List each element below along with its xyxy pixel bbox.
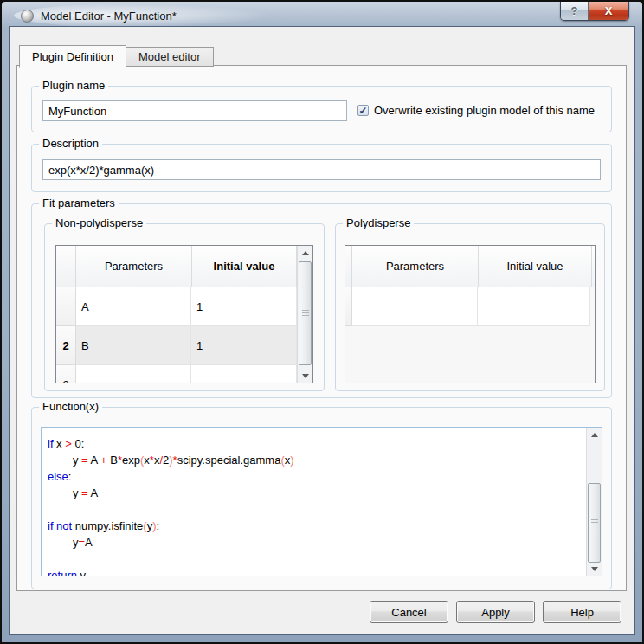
column-header-initial-value[interactable]: Initial value	[479, 246, 592, 287]
overwrite-checkbox-label: Overwrite existing plugin model of this …	[374, 104, 595, 117]
table-corner	[345, 246, 352, 287]
code-line: return y	[48, 567, 586, 576]
titlebar[interactable]: Model Editor - MyFunction*	[9, 5, 538, 26]
fit-parameters-group: Fit parameters Non-polydisperse Paramete…	[31, 203, 612, 398]
non-polydisperse-group-label: Non-polydisperse	[52, 216, 146, 229]
description-input[interactable]	[42, 159, 601, 180]
column-header-parameters[interactable]: Parameters	[76, 246, 192, 287]
close-button[interactable]: X	[589, 2, 628, 20]
apply-button[interactable]: Apply	[456, 601, 535, 623]
up-arrow-icon	[591, 433, 598, 437]
scroll-up-button[interactable]	[587, 428, 602, 441]
help-button[interactable]: Help	[543, 601, 621, 623]
thumb-grip-icon	[591, 519, 598, 526]
vertical-scrollbar[interactable]	[586, 428, 602, 576]
vertical-scrollbar[interactable]	[297, 246, 312, 383]
table-empty-area	[345, 326, 595, 383]
app-icon	[21, 10, 34, 23]
cell-initial-value[interactable]	[191, 365, 297, 383]
tab-label: Plugin Definition	[32, 50, 113, 63]
code-line: y = A + B*exp(x*x/2)*scipy.special.gamma…	[48, 452, 586, 468]
table-row-1: A 1	[56, 287, 297, 326]
code-line	[48, 551, 586, 567]
function-group: Function(x) if x > 0: y = A + B*exp(x*x/…	[31, 407, 612, 589]
cancel-button[interactable]: Cancel	[370, 601, 448, 623]
window-title: Model Editor - MyFunction*	[41, 10, 177, 23]
down-arrow-icon	[591, 567, 598, 571]
cell-parameter[interactable]: A	[76, 287, 191, 326]
plugin-name-group-label: Plugin name	[39, 79, 108, 92]
function-group-label: Function(x)	[39, 400, 102, 413]
cell-parameter[interactable]: B	[76, 326, 191, 365]
row-filler	[590, 287, 595, 326]
table-row-1	[345, 287, 595, 326]
scroll-down-button[interactable]	[587, 562, 602, 576]
plugin-name-group: Plugin name ✓ Overwrite existing plugin …	[31, 86, 612, 132]
table-header-row: Parameters Initial value	[56, 246, 297, 287]
plugin-definition-page: Plugin name ✓ Overwrite existing plugin …	[16, 65, 627, 591]
scroll-up-button[interactable]	[298, 246, 312, 260]
row-header[interactable]: 3	[56, 365, 76, 383]
fit-parameters-group-label: Fit parameters	[39, 196, 119, 209]
tab-bar: Plugin Definition Model editor	[19, 45, 214, 67]
code-editor[interactable]: if x > 0: y = A + B*exp(x*x/2)*scipy.spe…	[41, 427, 602, 576]
plugin-name-input[interactable]	[42, 100, 347, 121]
polydisperse-group: Polydisperse Parameters Initial value	[335, 223, 605, 391]
polydisperse-table: Parameters Initial value	[345, 245, 596, 383]
column-header-parameters[interactable]: Parameters	[352, 246, 479, 287]
window-frame: Model Editor - MyFunction* ? X Plugin De…	[2, 2, 642, 642]
overwrite-option: ✓ Overwrite existing plugin model of thi…	[357, 104, 595, 117]
code-line: y=A	[48, 534, 586, 551]
model-editor-window: Model Editor - MyFunction* ? X Plugin De…	[0, 0, 644, 644]
code-line: y = A	[48, 485, 586, 501]
help-caption-button[interactable]: ?	[561, 2, 589, 20]
tab-label: Model editor	[138, 50, 201, 63]
close-icon: X	[605, 4, 613, 17]
table-row-2: 2 B 1	[56, 326, 297, 365]
up-arrow-icon	[302, 251, 309, 255]
question-mark-icon: ?	[571, 4, 578, 17]
code-line: if x > 0:	[48, 435, 586, 452]
description-group-label: Description	[39, 137, 102, 150]
polydisperse-group-label: Polydisperse	[343, 216, 414, 229]
scroll-down-button[interactable]	[298, 369, 312, 383]
code-editor-content[interactable]: if x > 0: y = A + B*exp(x*x/2)*scipy.spe…	[42, 428, 586, 576]
scrollbar-thumb[interactable]	[299, 261, 312, 365]
table-row-3: 3	[56, 365, 297, 383]
column-header-label: Parameters	[103, 259, 165, 274]
non-polydisperse-group: Non-polydisperse Parameters Initial val	[44, 223, 325, 391]
code-line	[48, 501, 586, 518]
cell-initial-value[interactable]: 1	[191, 287, 297, 326]
cell-parameter[interactable]	[352, 287, 478, 326]
table-corner	[56, 246, 76, 287]
header-filler	[592, 246, 595, 287]
tab-plugin-definition[interactable]: Plugin Definition	[19, 45, 126, 68]
row-header[interactable]: 2	[56, 326, 76, 365]
caption-buttons: ? X	[560, 2, 629, 21]
overwrite-checkbox[interactable]: ✓	[357, 105, 369, 116]
description-group: Description	[31, 144, 612, 192]
column-header-label: Initial value	[213, 259, 275, 274]
dialog-client-area: Plugin Definition Model editor Plugin na…	[9, 26, 635, 635]
row-header[interactable]	[56, 287, 76, 326]
scrollbar-thumb[interactable]	[588, 483, 601, 563]
column-header-label: Initial value	[504, 259, 566, 274]
cell-parameter[interactable]	[76, 365, 191, 383]
cell-initial-value[interactable]: 1	[191, 326, 297, 365]
tab-model-editor[interactable]: Model editor	[126, 47, 214, 67]
column-header-label: Parameters	[384, 259, 447, 274]
code-line: if not numpy.isfinite(y):	[48, 518, 586, 534]
row-header[interactable]	[345, 287, 352, 326]
table-header-row: Parameters Initial value	[345, 246, 595, 287]
column-header-initial-value[interactable]: Initial value	[192, 246, 297, 287]
non-polydisperse-table: Parameters Initial value A 1	[55, 245, 313, 383]
dialog-button-row: Cancel Apply Help	[370, 601, 621, 623]
cell-initial-value[interactable]	[478, 287, 590, 326]
code-line: else:	[48, 468, 586, 485]
thumb-grip-icon	[302, 310, 309, 317]
down-arrow-icon	[302, 374, 309, 378]
